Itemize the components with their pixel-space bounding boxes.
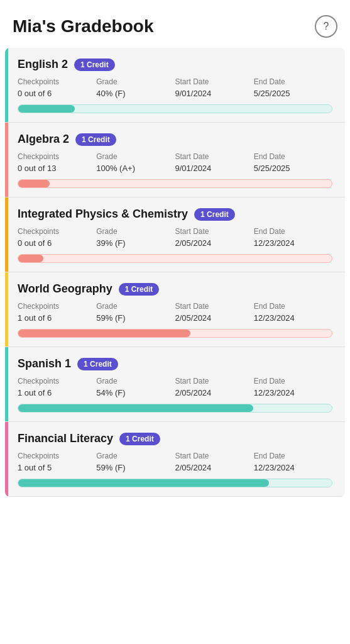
course-name-iphysics: Integrated Physics & Chemistry (18, 208, 188, 221)
progress-bar-english2 (18, 104, 332, 113)
end-value: 5/25/2025 (254, 89, 332, 98)
course-name-algebra2: Algebra 2 (18, 133, 69, 146)
credit-badge-algebra2: 1 Credit (75, 133, 116, 146)
course-card-iphysics[interactable]: Integrated Physics & Chemistry 1 Credit … (5, 197, 345, 272)
checkpoints-value: 1 out of 6 (18, 313, 96, 323)
start-value: 9/01/2024 (175, 164, 254, 173)
courses-list: English 2 1 Credit Checkpoints Grade Sta… (5, 48, 345, 497)
end-value: 12/23/2024 (254, 388, 332, 397)
course-header-finlit: Financial Literacy 1 Credit (18, 432, 332, 445)
end-label: End Date (254, 377, 332, 386)
credit-badge-spanish1: 1 Credit (77, 358, 118, 370)
page-title: Mia's Gradebook (13, 16, 154, 36)
checkpoints-label: Checkpoints (18, 152, 96, 161)
start-value: 2/05/2024 (175, 388, 254, 397)
help-icon: ? (324, 21, 329, 32)
course-card-algebra2[interactable]: Algebra 2 1 Credit Checkpoints Grade Sta… (5, 123, 345, 197)
grade-label: Grade (96, 152, 175, 161)
checkpoints-value: 1 out of 5 (18, 463, 96, 472)
end-label: End Date (254, 452, 332, 460)
progress-fill-finlit (18, 479, 269, 487)
start-label: Start Date (175, 152, 254, 161)
progress-bar-iphysics (18, 254, 332, 263)
start-label: Start Date (175, 227, 254, 236)
grade-value: 39% (F) (96, 238, 175, 248)
progress-fill-spanish1 (18, 404, 253, 412)
progress-fill-algebra2 (18, 180, 50, 187)
end-label: End Date (254, 302, 332, 311)
credit-badge-worldgeo: 1 Credit (119, 283, 160, 296)
end-value: 12/23/2024 (254, 463, 332, 472)
checkpoints-label: Checkpoints (18, 452, 96, 460)
course-meta-worldgeo: Checkpoints Grade Start Date End Date 1 … (18, 302, 332, 323)
grade-value: 40% (F) (96, 89, 175, 98)
course-meta-algebra2: Checkpoints Grade Start Date End Date 0 … (18, 152, 332, 173)
course-name-english2: English 2 (18, 58, 68, 71)
end-value: 12/23/2024 (254, 313, 332, 323)
course-header-algebra2: Algebra 2 1 Credit (18, 133, 332, 146)
grade-label: Grade (96, 77, 175, 86)
checkpoints-label: Checkpoints (18, 302, 96, 311)
start-value: 2/05/2024 (175, 463, 254, 472)
progress-fill-iphysics (18, 255, 43, 262)
checkpoints-value: 0 out of 13 (18, 164, 96, 173)
grade-value: 59% (F) (96, 313, 175, 323)
course-name-spanish1: Spanish 1 (18, 357, 71, 370)
start-label: Start Date (175, 452, 254, 460)
credit-badge-finlit: 1 Credit (119, 433, 160, 445)
course-header-spanish1: Spanish 1 1 Credit (18, 357, 332, 370)
start-label: Start Date (175, 77, 254, 86)
course-header-iphysics: Integrated Physics & Chemistry 1 Credit (18, 208, 332, 221)
progress-bar-finlit (18, 479, 332, 487)
checkpoints-value: 1 out of 6 (18, 388, 96, 397)
course-card-spanish1[interactable]: Spanish 1 1 Credit Checkpoints Grade Sta… (5, 347, 345, 422)
course-meta-english2: Checkpoints Grade Start Date End Date 0 … (18, 77, 332, 98)
end-value: 5/25/2025 (254, 164, 332, 173)
progress-bar-spanish1 (18, 404, 332, 413)
grade-label: Grade (96, 452, 175, 460)
progress-fill-english2 (18, 105, 75, 113)
checkpoints-label: Checkpoints (18, 77, 96, 86)
start-value: 9/01/2024 (175, 89, 254, 98)
grade-value: 100% (A+) (96, 164, 175, 173)
checkpoints-value: 0 out of 6 (18, 238, 96, 248)
credit-badge-english2: 1 Credit (74, 58, 115, 71)
start-value: 2/05/2024 (175, 313, 254, 323)
grade-label: Grade (96, 227, 175, 236)
course-name-worldgeo: World Geography (18, 282, 112, 296)
end-label: End Date (254, 227, 332, 236)
header: Mia's Gradebook ? (0, 0, 350, 48)
help-button[interactable]: ? (315, 15, 337, 38)
checkpoints-label: Checkpoints (18, 227, 96, 236)
grade-value: 54% (F) (96, 388, 175, 397)
course-card-english2[interactable]: English 2 1 Credit Checkpoints Grade Sta… (5, 48, 345, 123)
course-card-worldgeo[interactable]: World Geography 1 Credit Checkpoints Gra… (5, 272, 345, 347)
start-label: Start Date (175, 377, 254, 386)
course-name-finlit: Financial Literacy (18, 432, 113, 445)
end-value: 12/23/2024 (254, 238, 332, 248)
course-card-finlit[interactable]: Financial Literacy 1 Credit Checkpoints … (5, 422, 345, 497)
grade-value: 59% (F) (96, 463, 175, 472)
course-header-english2: English 2 1 Credit (18, 58, 332, 71)
start-value: 2/05/2024 (175, 238, 254, 248)
checkpoints-value: 0 out of 6 (18, 89, 96, 98)
course-meta-spanish1: Checkpoints Grade Start Date End Date 1 … (18, 377, 332, 397)
end-label: End Date (254, 152, 332, 161)
grade-label: Grade (96, 377, 175, 386)
course-meta-iphysics: Checkpoints Grade Start Date End Date 0 … (18, 227, 332, 248)
grade-label: Grade (96, 302, 175, 311)
credit-badge-iphysics: 1 Credit (194, 208, 235, 221)
course-header-worldgeo: World Geography 1 Credit (18, 282, 332, 296)
checkpoints-label: Checkpoints (18, 377, 96, 386)
course-meta-finlit: Checkpoints Grade Start Date End Date 1 … (18, 452, 332, 472)
start-label: Start Date (175, 302, 254, 311)
progress-bar-worldgeo (18, 329, 332, 338)
progress-fill-worldgeo (18, 330, 190, 337)
progress-bar-algebra2 (18, 179, 332, 188)
end-label: End Date (254, 77, 332, 86)
